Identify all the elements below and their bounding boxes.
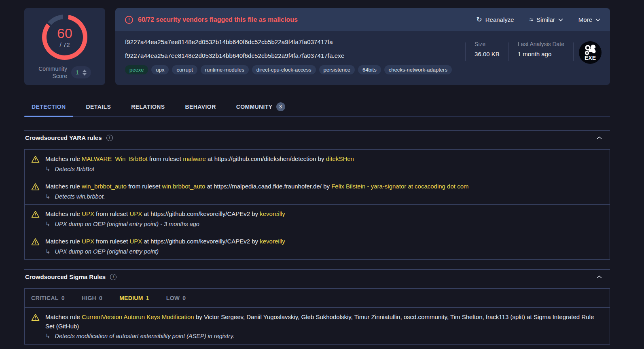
tag-corrupt[interactable]: corrupt <box>172 65 197 74</box>
tab-detection[interactable]: DETECTION <box>24 97 73 116</box>
yara-rule-row: ! Matches rule win_brbbot_auto from rule… <box>25 177 610 205</box>
warning-triangle-icon: ! <box>31 238 40 245</box>
chevron-up-icon[interactable] <box>597 136 602 140</box>
yara-section-title: Crowdsourced YARA rules <box>25 134 102 141</box>
vote-down-icon[interactable] <box>83 73 87 76</box>
last-analysis-value: 1 month ago <box>518 51 564 57</box>
tag-upx[interactable]: upx <box>151 65 169 74</box>
yara-rules-list: ! Matches rule MALWARE_Win_BrbBot from r… <box>24 149 610 260</box>
yara-rule-url: https://github.com/kevoreilly/CAPEv2 <box>150 210 250 217</box>
file-size-block: Size 36.00 KB <box>466 41 508 57</box>
file-name[interactable]: f9227a44ea25a7ee8148e2d0532b14bb640f6dc5… <box>125 52 465 59</box>
yara-ruleset-link[interactable]: malware <box>183 155 206 162</box>
sigma-rule-name-link[interactable]: CurrentVersion Autorun Keys Modification <box>82 313 194 320</box>
yara-rule-description: Detects BrbBot <box>55 165 95 173</box>
yara-rule-name-link[interactable]: win_brbbot_auto <box>82 183 127 190</box>
severity-tab-critical[interactable]: CRITICAL0 <box>31 295 65 301</box>
svg-text:!: ! <box>35 213 36 217</box>
svg-text:EXE: EXE <box>585 55 596 61</box>
sub-arrow-icon: ↳ <box>45 192 51 201</box>
severity-tab-high[interactable]: HIGH0 <box>82 295 102 301</box>
yara-author-link[interactable]: kevoreilly <box>260 210 285 217</box>
tab-behavior[interactable]: BEHAVIOR <box>178 97 223 116</box>
sigma-section-header: Crowdsourced Sigma Rules i <box>24 269 610 284</box>
reanalyze-button[interactable]: ↻ Reanalyze <box>476 16 514 23</box>
svg-text:!: ! <box>35 185 36 190</box>
last-analysis-block: Last Analysis Date 1 month ago <box>509 41 573 57</box>
info-icon[interactable]: i <box>106 135 113 141</box>
page: 60 / 72 Community Score 1 <box>24 0 610 349</box>
yara-rule-row: ! Matches rule UPX from ruleset UPX at h… <box>25 205 610 232</box>
more-button[interactable]: More <box>578 16 600 23</box>
detection-banner: ! 60/72 security vendors flagged this fi… <box>115 8 610 31</box>
alert-exclamation-icon: ! <box>125 16 133 24</box>
filetype-exe-icon[interactable]: EXE <box>578 41 602 66</box>
yara-rule-url: https://github.com/ditekshen/detection <box>214 155 316 162</box>
tag-64bits[interactable]: 64bits <box>358 65 381 74</box>
yara-rule-row: ! Matches rule UPX from ruleset UPX at h… <box>25 232 610 259</box>
main-tabs: DETECTION DETAILS RELATIONS BEHAVIOR COM… <box>24 97 610 117</box>
tag-persistence[interactable]: persistence <box>319 65 355 74</box>
svg-text:!: ! <box>35 316 36 320</box>
tag-runtime-modules[interactable]: runtime-modules <box>201 65 249 74</box>
file-tags: peexe upx corrupt runtime-modules direct… <box>125 65 465 74</box>
tab-community[interactable]: COMMUNITY 3 <box>229 97 292 116</box>
warning-triangle-icon: ! <box>31 155 40 163</box>
yara-rule-name-link[interactable]: UPX <box>82 210 94 217</box>
yara-author-link[interactable]: kevoreilly <box>260 238 285 245</box>
yara-rule-row: ! Matches rule MALWARE_Win_BrbBot from r… <box>25 150 610 177</box>
chevron-down-icon <box>595 18 600 21</box>
yara-author-link[interactable]: ditekSHen <box>326 155 354 162</box>
tag-checks-network-adapters[interactable]: checks-network-adapters <box>384 65 452 74</box>
yara-rule-name-link[interactable]: UPX <box>82 238 94 245</box>
yara-rule-url: https://github.com/kevoreilly/CAPEv2 <box>150 238 250 245</box>
malicious-alert: ! 60/72 security vendors flagged this fi… <box>125 16 298 24</box>
yara-rule-url: https://malpedia.caad.fkie.fraunhofer.de… <box>214 183 322 190</box>
svg-text:!: ! <box>35 158 36 162</box>
severity-tab-low[interactable]: LOW0 <box>166 295 186 301</box>
chevron-down-icon <box>558 18 563 21</box>
community-vote-widget[interactable]: 1 <box>71 66 91 78</box>
detection-score-card: 60 / 72 Community Score 1 <box>24 8 105 85</box>
sigma-rule-row: ! Matches rule CurrentVersion Autorun Ke… <box>25 308 610 344</box>
yara-ruleset-link[interactable]: UPX <box>129 238 142 245</box>
sigma-rules-box: CRITICAL0 HIGH0 MEDIUM1 LOW0 ! Matches r… <box>24 288 610 345</box>
file-header-card: ! 60/72 security vendors flagged this fi… <box>115 8 610 85</box>
community-count-badge: 3 <box>276 102 285 111</box>
sigma-severity-tabs: CRITICAL0 HIGH0 MEDIUM1 LOW0 <box>25 289 610 308</box>
sigma-rule-authors: Victor Sergeev, Daniil Yugoslavskiy, Gle… <box>204 313 525 320</box>
similar-button[interactable]: ≈ Similar <box>530 16 563 23</box>
community-score-label: Community Score <box>38 65 67 80</box>
yara-rule-name-link[interactable]: MALWARE_Win_BrbBot <box>82 155 148 162</box>
alert-text: 60/72 security vendors flagged this file… <box>138 16 298 23</box>
yara-author-link[interactable]: Felix Bilstein - yara-signator at cocaco… <box>331 183 468 190</box>
file-size-value: 36.00 KB <box>475 51 500 57</box>
yara-rule-description: UPX dump on OEP (original entry point) <box>55 247 159 256</box>
yara-ruleset-link[interactable]: win.brbbot_auto <box>162 183 205 190</box>
sub-arrow-icon: ↳ <box>45 165 51 173</box>
sub-arrow-icon: ↳ <box>45 220 51 228</box>
yara-rule-description: UPX dump on OEP (original entry point) -… <box>55 220 199 228</box>
community-score-row: Community Score 1 <box>38 65 91 80</box>
tag-peexe[interactable]: peexe <box>125 65 148 74</box>
chevron-up-icon[interactable] <box>597 275 602 279</box>
svg-text:!: ! <box>35 240 36 245</box>
warning-triangle-icon: ! <box>31 313 40 321</box>
vote-up-icon[interactable] <box>83 70 87 72</box>
detection-score-total: / 72 <box>59 41 70 48</box>
tag-direct-cpu-clock-access[interactable]: direct-cpu-clock-access <box>252 65 316 74</box>
warning-triangle-icon: ! <box>31 210 40 218</box>
divider <box>573 42 574 61</box>
info-icon[interactable]: i <box>110 274 117 280</box>
file-sha256[interactable]: f9227a44ea25a7ee8148e2d0532b14bb640f6dc5… <box>125 38 465 45</box>
detection-score-value: 60 <box>57 26 72 40</box>
similar-icon: ≈ <box>530 16 533 23</box>
sigma-section-title: Crowdsourced Sigma Rules <box>25 273 106 280</box>
sub-arrow-icon: ↳ <box>45 247 51 256</box>
severity-tab-medium[interactable]: MEDIUM1 <box>119 295 149 301</box>
tab-relations[interactable]: RELATIONS <box>124 97 172 116</box>
yara-ruleset-link[interactable]: UPX <box>129 210 142 217</box>
sigma-rule-description: Detects modification of autostart extens… <box>55 332 235 340</box>
yara-section-header: Crowdsourced YARA rules i <box>24 130 610 145</box>
tab-details[interactable]: DETAILS <box>79 97 119 116</box>
